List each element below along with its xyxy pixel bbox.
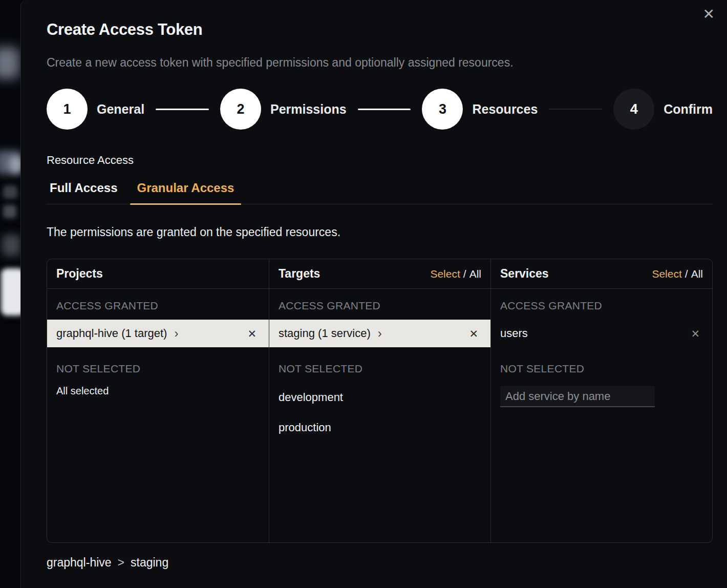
granted-project-name: graphql-hive (1 target) — [56, 327, 167, 340]
breadcrumb-project: graphql-hive — [47, 556, 112, 570]
dialog-title: Create Access Token — [47, 20, 713, 39]
step-number-2: 2 — [220, 89, 261, 130]
stepper-connector — [156, 109, 209, 110]
granular-access-description: The permissions are granted on the speci… — [47, 225, 713, 239]
targets-column-title: Targets — [279, 267, 320, 281]
breadcrumb: graphql-hive > staging — [47, 556, 713, 570]
projects-column-title: Projects — [56, 267, 103, 281]
select-all-separator: / — [685, 268, 688, 280]
step-number-3: 3 — [422, 89, 463, 130]
granted-service-name: users — [500, 327, 528, 340]
step-resources[interactable]: 3 Resources — [422, 89, 538, 130]
services-access-granted-label: ACCESS GRANTED — [491, 300, 712, 312]
target-option-development[interactable]: development — [269, 391, 490, 404]
services-column: Services Select/All ACCESS GRANTED users… — [490, 259, 712, 542]
step-label-resources: Resources — [472, 102, 538, 117]
stepper-connector — [549, 109, 602, 110]
resource-access-heading: Resource Access — [47, 154, 713, 167]
services-not-selected-label: NOT SELECTED — [491, 363, 712, 375]
targets-all-link[interactable]: All — [469, 268, 481, 280]
breadcrumb-separator: > — [118, 556, 124, 570]
step-general[interactable]: 1 General — [47, 89, 144, 130]
remove-project-icon[interactable]: ✕ — [247, 328, 256, 339]
blurred-background-shape — [1, 268, 21, 316]
create-access-token-dialog: ✕ Create Access Token Create a new acces… — [20, 0, 727, 588]
step-label-permissions: Permissions — [270, 102, 347, 117]
chevron-right-icon: › — [174, 327, 178, 340]
remove-target-icon[interactable]: ✕ — [469, 328, 478, 339]
step-number-1: 1 — [47, 89, 88, 130]
projects-column: Projects ACCESS GRANTED graphql-hive (1 … — [47, 259, 269, 542]
blurred-background-shape — [2, 235, 20, 256]
services-all-link[interactable]: All — [691, 268, 703, 280]
targets-select-link[interactable]: Select — [430, 268, 460, 280]
close-icon[interactable]: ✕ — [703, 7, 715, 22]
targets-column-header: Targets Select/All — [269, 259, 490, 289]
screen: { "icons": { "close": "✕", "remove": "✕"… — [0, 0, 727, 588]
stepper-connector — [358, 109, 411, 110]
blurred-background-shape — [3, 185, 17, 199]
targets-not-selected-label: NOT SELECTED — [269, 363, 490, 375]
granted-target-name: staging (1 service) — [279, 327, 371, 340]
stepper: 1 General 2 Permissions 3 Resources 4 Co… — [47, 89, 713, 130]
blurred-background-shape — [9, 156, 21, 173]
step-label-general: General — [97, 102, 144, 117]
granted-service-row[interactable]: users ✕ — [491, 320, 712, 347]
chevron-right-icon: › — [378, 327, 382, 340]
step-number-4: 4 — [613, 89, 654, 130]
step-label-confirm: Confirm — [664, 102, 713, 117]
tab-granular-access[interactable]: Granular Access — [130, 181, 242, 204]
granted-project-row[interactable]: graphql-hive (1 target) › ✕ — [47, 320, 269, 347]
remove-service-icon[interactable]: ✕ — [691, 328, 700, 339]
targets-select-all: Select/All — [430, 268, 481, 280]
dialog-subtitle: Create a new access token with specified… — [47, 56, 713, 70]
projects-not-selected-label: NOT SELECTED — [47, 363, 269, 375]
select-all-separator: / — [463, 268, 466, 280]
add-service-input[interactable] — [500, 386, 655, 407]
step-confirm[interactable]: 4 Confirm — [613, 89, 713, 130]
tab-full-access[interactable]: Full Access — [47, 181, 125, 204]
services-select-all: Select/All — [652, 268, 703, 280]
projects-access-granted-label: ACCESS GRANTED — [47, 300, 269, 312]
services-column-header: Services Select/All — [491, 259, 712, 289]
targets-column: Targets Select/All ACCESS GRANTED stagin… — [269, 259, 490, 542]
services-column-title: Services — [500, 267, 549, 281]
step-permissions[interactable]: 2 Permissions — [220, 89, 347, 130]
target-option-production[interactable]: production — [269, 421, 490, 434]
background-page-strip — [0, 0, 21, 588]
targets-access-granted-label: ACCESS GRANTED — [269, 300, 490, 312]
resource-selection-table: Projects ACCESS GRANTED graphql-hive (1 … — [47, 259, 713, 543]
blurred-background-shape — [0, 47, 19, 79]
projects-column-header: Projects — [47, 259, 269, 289]
services-select-link[interactable]: Select — [652, 268, 681, 280]
projects-all-selected-text: All selected — [47, 385, 269, 397]
granted-target-row[interactable]: staging (1 service) › ✕ — [269, 320, 490, 347]
resource-access-tabs: Full Access Granular Access — [47, 181, 713, 204]
breadcrumb-target: staging — [131, 556, 168, 570]
blurred-background-shape — [3, 205, 16, 218]
